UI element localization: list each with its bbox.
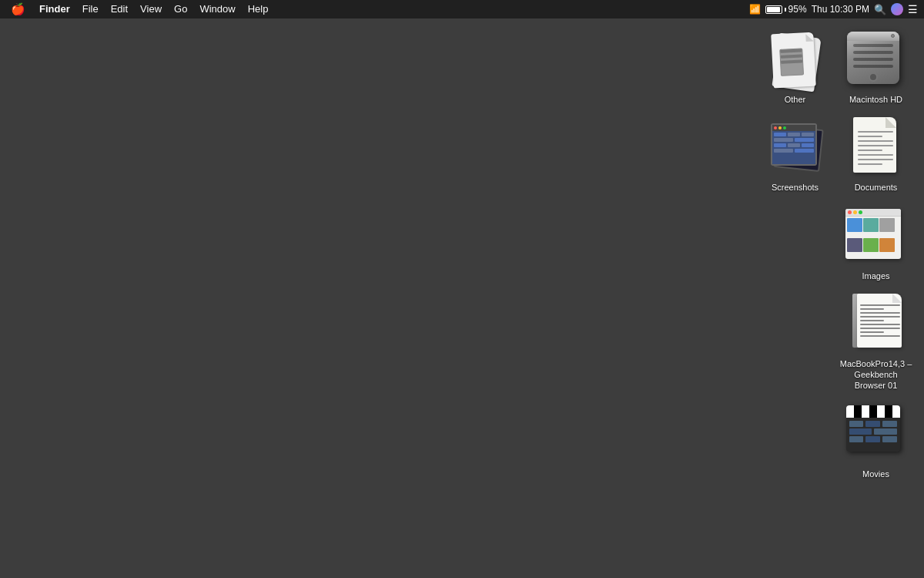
menubar: 🍎 Finder File Edit View Go Window Help 📶… — [0, 0, 924, 18]
movie-top — [846, 405, 900, 418]
stripe-7 — [892, 405, 900, 418]
clock: Thu 10:30 PM — [812, 4, 869, 15]
documents-label: Documents — [855, 182, 898, 193]
doc-line-3 — [858, 140, 893, 142]
other-icon-image — [765, 29, 826, 91]
menubar-right: 📶 95% Thu 10:30 PM 🔍 ☰ — [749, 3, 918, 15]
hd-icon-image — [845, 29, 907, 91]
desktop-icon-movies[interactable]: Movies — [835, 401, 916, 482]
hd-body — [847, 32, 899, 84]
desktop-icon-images[interactable]: Images — [835, 203, 916, 284]
paper-drive — [779, 48, 804, 76]
icon-row-2: Images — [747, 203, 916, 284]
note-line-3 — [860, 312, 900, 314]
menubar-help[interactable]: Help — [242, 0, 275, 18]
minimize-dot — [778, 126, 782, 129]
note-line-6 — [860, 324, 900, 325]
note-line-8 — [860, 331, 884, 333]
icon-row-0: Other — [747, 26, 916, 108]
menubar-left: 🍎 Finder File Edit View Go Window Help — [6, 0, 274, 18]
desktop-icon-other[interactable]: Other — [755, 26, 835, 108]
hd-icon — [847, 32, 905, 89]
desktop-icon-documents[interactable]: Documents — [835, 114, 916, 196]
menubar-view[interactable]: View — [134, 0, 168, 18]
icon-row-4: Movies — [747, 401, 916, 482]
screenshot-front — [771, 123, 817, 166]
battery-body — [765, 5, 782, 14]
screenshots-icon — [765, 119, 826, 177]
img-thumb-5 — [863, 238, 879, 252]
movie-cell-5 — [874, 428, 897, 435]
img-frame — [845, 209, 901, 259]
img-thumb-1 — [847, 218, 862, 232]
battery-tip — [785, 8, 786, 12]
img-content — [845, 217, 901, 259]
hd-lines — [853, 37, 893, 68]
geekbench-icon-image — [845, 294, 907, 355]
note-line-4 — [860, 316, 900, 318]
stripe-4 — [869, 405, 877, 418]
wifi-status[interactable]: 📶 — [749, 4, 761, 15]
apple-menu[interactable]: 🍎 — [6, 0, 33, 18]
geekbench-icon — [846, 294, 906, 355]
screenshot-content — [772, 131, 815, 164]
img-thumb-3 — [879, 218, 895, 232]
doc-line-4 — [858, 145, 893, 146]
menubar-window[interactable]: Window — [193, 0, 241, 18]
search-icon[interactable]: 🔍 — [874, 4, 886, 15]
movie-row-3 — [849, 436, 897, 442]
hd-screw — [891, 34, 895, 38]
siri-icon[interactable] — [891, 3, 903, 15]
stripe-1 — [846, 405, 854, 418]
menubar-app-name[interactable]: Finder — [33, 0, 76, 18]
doc-line-6 — [858, 154, 893, 156]
icon-row-1: Screenshots — [747, 114, 916, 196]
battery-status[interactable]: 95% — [765, 4, 807, 15]
menubar-file[interactable]: File — [76, 0, 105, 18]
movie-cell-7 — [865, 436, 880, 442]
doc-line-7 — [858, 159, 893, 160]
other-icon — [766, 32, 824, 89]
movies-icon-image — [845, 404, 907, 465]
stripe-3 — [862, 405, 869, 418]
hd-line-4 — [853, 58, 893, 61]
note-line-5 — [860, 320, 884, 321]
hd-line-5 — [853, 65, 893, 68]
desktop-icon-screenshots[interactable]: Screenshots — [755, 114, 835, 196]
battery-indicator — [765, 5, 786, 14]
control-center-icon[interactable]: ☰ — [908, 3, 918, 15]
note-fold — [892, 294, 902, 303]
desktop-icon-geekbench[interactable]: MacBookPro14,3 – Geekbench Browser 01 — [835, 291, 916, 395]
doc-fold — [886, 117, 896, 128]
movie-cell-2 — [865, 421, 880, 427]
img-dot-y — [853, 210, 857, 214]
doc-line-1 — [858, 131, 893, 133]
movie-row-1 — [849, 421, 897, 427]
stripe-5 — [877, 405, 885, 418]
paper-fold — [805, 33, 814, 42]
menubar-edit[interactable]: Edit — [105, 0, 134, 18]
zoom-dot — [783, 126, 786, 129]
movie-cell-8 — [882, 436, 897, 442]
screenshots-icon-image — [765, 117, 826, 179]
images-label: Images — [862, 271, 889, 281]
movie-content — [846, 418, 900, 445]
movie-clapboard — [846, 405, 900, 452]
menubar-go[interactable]: Go — [168, 0, 193, 18]
img-grid — [845, 217, 901, 259]
img-browser-top — [845, 209, 901, 217]
hd-top — [847, 32, 899, 41]
img-thumb-4 — [847, 238, 862, 252]
hd-line-2 — [853, 44, 893, 47]
note-line-1 — [860, 304, 900, 306]
desktop-icons-column: Other — [747, 18, 924, 496]
note-page — [857, 294, 902, 348]
desktop-icon-macintosh-hd[interactable]: Macintosh HD — [835, 26, 916, 108]
movies-icon — [846, 405, 906, 463]
img-dot-g — [859, 210, 862, 214]
stripe-6 — [885, 405, 892, 418]
geekbench-label: MacBookPro14,3 – Geekbench Browser 01 — [839, 358, 913, 391]
stripe-2 — [854, 405, 862, 418]
movie-cell-6 — [849, 436, 864, 442]
paper-front — [771, 32, 816, 88]
